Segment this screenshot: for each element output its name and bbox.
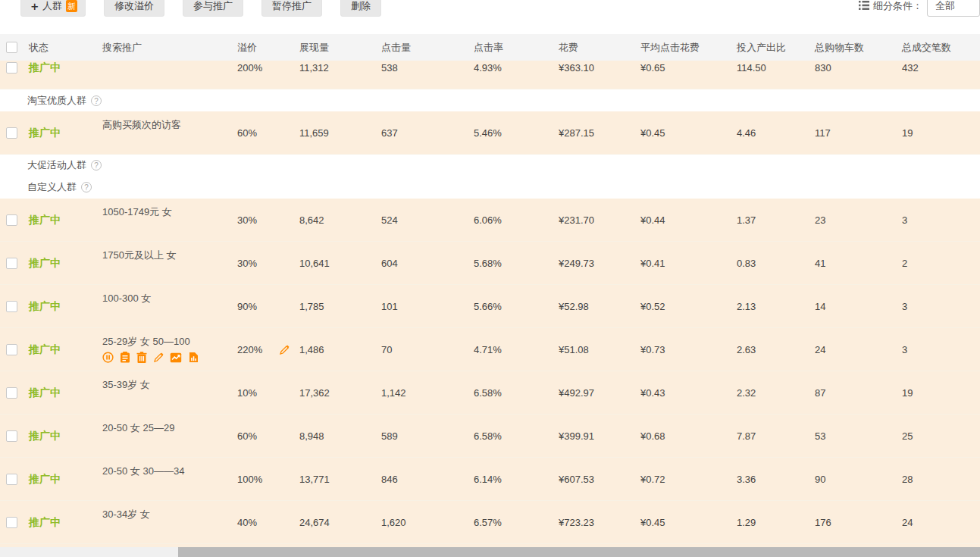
- crowd-name[interactable]: 100-300 女: [102, 292, 151, 305]
- ctr-value: 6.57%: [468, 517, 553, 528]
- impressions-value: 17,362: [293, 387, 375, 399]
- table-row-hovered[interactable]: 推广中 25-29岁 女 50—100 220% 1,486: [0, 328, 980, 371]
- pause-icon[interactable]: [102, 352, 114, 363]
- cost-value: ¥607.53: [553, 474, 634, 485]
- impressions-value: 10,641: [293, 258, 375, 269]
- table-row[interactable]: 推广中 1750元及以上 女 30% 10,641 604 5.68% ¥249…: [0, 242, 980, 285]
- report-icon[interactable]: [120, 352, 130, 363]
- status-badge: 推广中: [23, 214, 96, 227]
- row-checkbox[interactable]: [6, 127, 17, 139]
- premium-value: 30%: [231, 258, 293, 269]
- carts-value: 90: [809, 474, 896, 485]
- help-icon[interactable]: ?: [91, 95, 102, 106]
- section-label: 淘宝优质人群: [27, 94, 86, 108]
- carts-value: 14: [809, 301, 896, 312]
- select-all-checkbox[interactable]: [6, 42, 17, 53]
- col-impressions: 展现量: [293, 41, 375, 55]
- carts-value: 117: [809, 127, 896, 139]
- row-checkbox[interactable]: [6, 301, 17, 312]
- row-checkbox[interactable]: [6, 258, 17, 269]
- orders-value: 28: [896, 474, 980, 485]
- roi-value: 0.83: [731, 258, 809, 269]
- carts-value: 23: [809, 214, 896, 226]
- horizontal-scrollbar[interactable]: [0, 547, 980, 557]
- ctr-value: 4.93%: [468, 62, 553, 74]
- row-checkbox[interactable]: [6, 387, 17, 399]
- cpc-value: ¥0.72: [634, 474, 731, 485]
- premium-value: 220%: [237, 344, 262, 355]
- edit-icon[interactable]: [153, 352, 164, 363]
- roi-value: 1.37: [731, 214, 809, 226]
- col-cost: 花费: [553, 41, 634, 55]
- carts-value: 830: [809, 62, 896, 74]
- ctr-value: 6.58%: [468, 387, 553, 399]
- pause-promotion-button[interactable]: 暂停推广: [261, 0, 322, 17]
- modify-premium-button[interactable]: 修改溢价: [104, 0, 164, 17]
- table-row[interactable]: 推广中 35-39岁 女 10% 17,362 1,142 6.58% ¥492…: [0, 371, 980, 415]
- col-status: 状态: [23, 41, 96, 55]
- table-row[interactable]: 推广中 20-50 女 25—29 60% 8,948 589 6.58% ¥3…: [0, 415, 980, 458]
- impressions-value: 24,674: [293, 517, 375, 528]
- table-row[interactable]: 推广中 1050-1749元 女 30% 8,642 524 6.06% ¥23…: [0, 199, 980, 242]
- roi-value: 2.13: [731, 301, 809, 312]
- segment-select[interactable]: 全部: [927, 0, 980, 17]
- plus-icon: ＋: [29, 0, 40, 14]
- row-checkbox[interactable]: [6, 430, 17, 442]
- clicks-value: 524: [375, 214, 468, 226]
- trend-chart-icon[interactable]: [170, 352, 182, 363]
- table-row[interactable]: 推广中 200% 11,312 538 4.93% ¥363.10 ¥0.65 …: [0, 61, 980, 89]
- crowd-name[interactable]: 高购买频次的访客: [102, 118, 181, 132]
- status-badge: 推广中: [23, 61, 96, 75]
- join-promotion-button[interactable]: 参与推广: [183, 0, 243, 17]
- cost-value: ¥231.70: [553, 214, 634, 226]
- row-checkbox[interactable]: [6, 517, 17, 528]
- segment-label: 细分条件：: [873, 0, 922, 13]
- table-row[interactable]: 推广中 30-34岁 女 40% 24,674 1,620 6.57% ¥723…: [0, 501, 980, 544]
- crowd-name[interactable]: 20-50 女 30——34: [102, 465, 184, 478]
- section-label: 自定义人群: [27, 180, 77, 194]
- clicks-value: 70: [375, 344, 468, 355]
- table-row[interactable]: 推广中 100-300 女 90% 1,785 101 5.66% ¥52.98…: [0, 285, 980, 328]
- row-checkbox[interactable]: [6, 344, 17, 355]
- crowd-name[interactable]: 35-39岁 女: [102, 378, 150, 392]
- delete-icon[interactable]: [136, 352, 147, 363]
- data-chart-icon[interactable]: [188, 352, 199, 363]
- status-badge: 推广中: [23, 386, 96, 400]
- clicks-value: 1,620: [375, 517, 468, 528]
- table-row[interactable]: 推广中 20-50 女 30——34 100% 13,771 846 6.14%…: [0, 458, 980, 501]
- crowd-name[interactable]: 30-34岁 女: [102, 508, 150, 521]
- table-row[interactable]: 推广中 高购买频次的访客 60% 11,659 637 5.46% ¥287.1…: [0, 111, 980, 155]
- premium-value: 30%: [231, 214, 293, 226]
- col-clicks: 点击量: [375, 41, 468, 55]
- cost-value: ¥52.98: [553, 301, 634, 312]
- section-label: 大促活动人群: [27, 158, 86, 172]
- cpc-value: ¥0.43: [634, 387, 731, 399]
- clicks-value: 538: [375, 62, 468, 74]
- premium-value: 60%: [231, 430, 293, 442]
- help-icon[interactable]: ?: [91, 160, 102, 171]
- scrollbar-thumb[interactable]: [178, 547, 980, 557]
- ctr-value: 5.68%: [468, 258, 553, 269]
- crowd-name[interactable]: 1050-1749元 女: [102, 205, 172, 219]
- status-badge: 推广中: [23, 343, 96, 357]
- crowd-name[interactable]: 20-50 女 25—29: [102, 421, 174, 435]
- delete-button[interactable]: 删除: [340, 0, 381, 17]
- impressions-value: 11,312: [293, 62, 375, 74]
- section-taobao-quality-crowd: 淘宝优质人群 ?: [0, 89, 980, 111]
- crowd-name[interactable]: 25-29岁 女 50—100: [102, 335, 190, 349]
- premium-value: 90%: [231, 301, 293, 312]
- add-crowd-button[interactable]: ＋ 人群 新: [20, 0, 86, 17]
- crowd-name[interactable]: 1750元及以上 女: [102, 249, 177, 262]
- section-custom-crowd: 自定义人群 ?: [0, 175, 980, 199]
- row-checkbox[interactable]: [6, 62, 17, 74]
- row-checkbox[interactable]: [6, 474, 17, 485]
- impressions-value: 8,642: [293, 214, 375, 226]
- row-checkbox[interactable]: [6, 214, 17, 226]
- help-icon[interactable]: ?: [81, 182, 92, 192]
- col-search-promo: 搜索推广: [96, 41, 231, 55]
- col-premium: 溢价: [231, 41, 293, 55]
- premium-edit-icon[interactable]: [279, 345, 290, 355]
- table-body: 推广中 200% 11,312 538 4.93% ¥363.10 ¥0.65 …: [0, 61, 980, 547]
- ctr-value: 6.58%: [468, 430, 553, 442]
- impressions-value: 8,948: [293, 430, 375, 442]
